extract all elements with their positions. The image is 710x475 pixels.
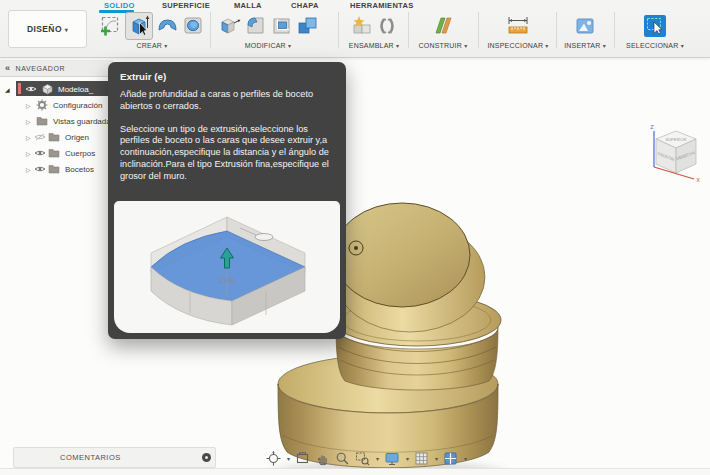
design-dropdown-button[interactable]: DISEÑO ▾ — [8, 10, 87, 48]
navigator-panel: « NAVEGADOR ◢ Modeloa_ ▷ Configuración ▷ — [0, 60, 113, 177]
chevron-down-icon: ▾ — [65, 26, 68, 33]
zoom-icon[interactable] — [335, 451, 350, 466]
chevron-down-icon[interactable]: ▾ — [406, 455, 409, 462]
expand-triangle-icon[interactable]: ▷ — [26, 134, 31, 141]
display-settings-icon[interactable] — [384, 451, 400, 466]
new-component-icon[interactable] — [351, 15, 373, 37]
fillet-icon[interactable] — [244, 14, 267, 37]
group-label-crear[interactable]: CREAR ▾ — [92, 42, 212, 49]
viewcube-top-label: SUPERIOR — [666, 137, 687, 142]
group-label-insertar[interactable]: INSERTAR ▾ — [556, 42, 614, 49]
comments-menu-icon[interactable] — [202, 453, 211, 462]
joint-icon[interactable] — [376, 15, 398, 37]
sidebar-item-label: Modeloa_ — [58, 85, 93, 94]
viewports-icon[interactable] — [443, 451, 458, 466]
sidebar-item-label: Origen — [65, 133, 89, 142]
folder-icon — [48, 148, 60, 158]
selection-marker — [18, 83, 21, 94]
sidebar-item-vistas-guardadas[interactable]: ▷ Vistas guardadas — [0, 113, 113, 129]
sidebar-item-label: Vistas guardadas — [53, 117, 115, 126]
toolbar-separator — [408, 12, 409, 48]
z-axis-label: Z — [650, 124, 654, 130]
design-dropdown-label: DISEÑO — [27, 24, 62, 34]
hole-icon[interactable] — [182, 14, 205, 37]
gear-icon — [36, 99, 48, 111]
tooltip-title: Extruir (e) — [120, 71, 334, 82]
comments-label: COMENTARIOS — [60, 453, 202, 462]
folder-icon — [36, 116, 48, 126]
insert-image-icon[interactable] — [574, 15, 596, 37]
navigator-title: NAVEGADOR — [16, 65, 66, 72]
expand-triangle-icon[interactable]: ▷ — [26, 166, 31, 173]
look-at-icon[interactable] — [295, 451, 310, 466]
sidebar-item-configuracion[interactable]: ▷ Configuración — [0, 97, 113, 113]
comments-panel[interactable]: COMENTARIOS — [13, 447, 216, 468]
toolbar-group-ensamblar: ENSAMBLAR ▾ — [340, 12, 408, 49]
sidebar-item-document-root[interactable]: ◢ Modeloa_ — [0, 81, 113, 97]
measure-icon[interactable] — [505, 15, 531, 37]
eye-icon[interactable] — [34, 149, 46, 157]
timeline-strip — [0, 468, 710, 475]
extrude-icon[interactable] — [125, 12, 153, 40]
navigation-toolbar: ▾ ▾ ▾ ▾ — [266, 449, 467, 467]
tab-solido[interactable]: SOLIDO — [104, 1, 135, 10]
sidebar-item-bocetos[interactable]: ▷ Bocetos — [0, 161, 113, 177]
tab-superficie[interactable]: SUPERFICIE — [162, 1, 210, 10]
eye-icon[interactable] — [25, 85, 37, 93]
toolbar-group-construir: CONSTRUIR ▾ — [412, 12, 474, 49]
eye-icon[interactable] — [34, 165, 46, 173]
grid-settings-icon[interactable] — [414, 451, 429, 466]
group-label-construir[interactable]: CONSTRUIR ▾ — [412, 42, 474, 49]
component-cube-icon — [41, 83, 54, 95]
toolbar-group-insertar: INSERTAR ▾ — [556, 12, 614, 49]
toolbar-group-modificar: MODIFICAR ▾ — [212, 12, 324, 49]
create-sketch-icon[interactable] — [99, 14, 122, 37]
toolbar-group-seleccionar: SELECCIONAR ▾ — [622, 12, 688, 49]
revolve-icon[interactable] — [156, 14, 179, 37]
construction-plane-icon[interactable] — [432, 14, 455, 37]
sidebar-item-cuerpos[interactable]: ▷ Cuerpos — [0, 145, 113, 161]
extrude-tooltip: Extruir (e) Añade profundidad a caras o … — [108, 62, 346, 339]
expand-triangle-icon[interactable]: ◢ — [5, 86, 10, 93]
group-label-inspeccionar[interactable]: INSPECCIONAR ▾ — [484, 42, 552, 49]
eye-off-icon[interactable] — [34, 133, 46, 141]
group-label-seleccionar[interactable]: SELECCIONAR ▾ — [622, 42, 688, 49]
dimension-label: 10.00 — [219, 277, 236, 284]
folder-icon — [48, 132, 60, 142]
collapse-panel-icon[interactable]: « — [5, 63, 11, 73]
press-pull-icon[interactable] — [218, 14, 241, 37]
select-icon[interactable] — [643, 14, 667, 38]
combine-icon[interactable] — [296, 14, 319, 37]
viewcube[interactable]: SUPERIOR FRONTAL DERECHA Z X — [642, 121, 704, 187]
tab-malla[interactable]: MALLA — [234, 1, 262, 10]
orbit-icon[interactable] — [266, 451, 281, 466]
expand-triangle-icon[interactable]: ▷ — [26, 102, 31, 109]
tab-chapa[interactable]: CHAPA — [291, 1, 319, 10]
group-label-ensamblar[interactable]: ENSAMBLAR ▾ — [340, 42, 408, 49]
toolbar-separator — [338, 12, 339, 48]
chevron-down-icon[interactable]: ▾ — [464, 455, 467, 462]
pan-icon[interactable] — [315, 451, 330, 466]
navigator-header: « NAVEGADOR — [0, 60, 113, 77]
expand-triangle-icon[interactable]: ▷ — [26, 118, 31, 125]
toolbar-group-crear: CREAR ▾ — [92, 12, 212, 49]
toolbar-separator — [210, 12, 211, 48]
tooltip-description-2: Seleccione un tipo de extrusión,seleccio… — [120, 124, 334, 183]
sidebar-item-origen[interactable]: ▷ Origen — [0, 129, 113, 145]
sidebar-item-label: Configuración — [53, 101, 102, 110]
shell-icon[interactable] — [270, 14, 293, 37]
sidebar-item-label: Bocetos — [65, 165, 94, 174]
folder-icon — [48, 164, 60, 174]
chevron-down-icon[interactable]: ▾ — [376, 455, 379, 462]
zoom-window-icon[interactable] — [355, 451, 370, 466]
chevron-down-icon[interactable]: ▾ — [287, 455, 290, 462]
sidebar-item-label: Cuerpos — [65, 149, 95, 158]
tooltip-description-1: Añade profundidad a caras o perfiles de … — [120, 89, 334, 113]
chevron-down-icon[interactable]: ▾ — [435, 455, 438, 462]
group-label-modificar[interactable]: MODIFICAR ▾ — [212, 42, 324, 49]
toolbar-separator — [614, 12, 615, 48]
toolbar-separator — [478, 12, 479, 48]
tab-herramientas[interactable]: HERRAMIENTAS — [350, 1, 413, 10]
expand-triangle-icon[interactable]: ▷ — [26, 150, 31, 157]
top-toolbar: DISEÑO ▾ SOLIDO SUPERFICIE MALLA CHAPA H… — [0, 0, 710, 58]
